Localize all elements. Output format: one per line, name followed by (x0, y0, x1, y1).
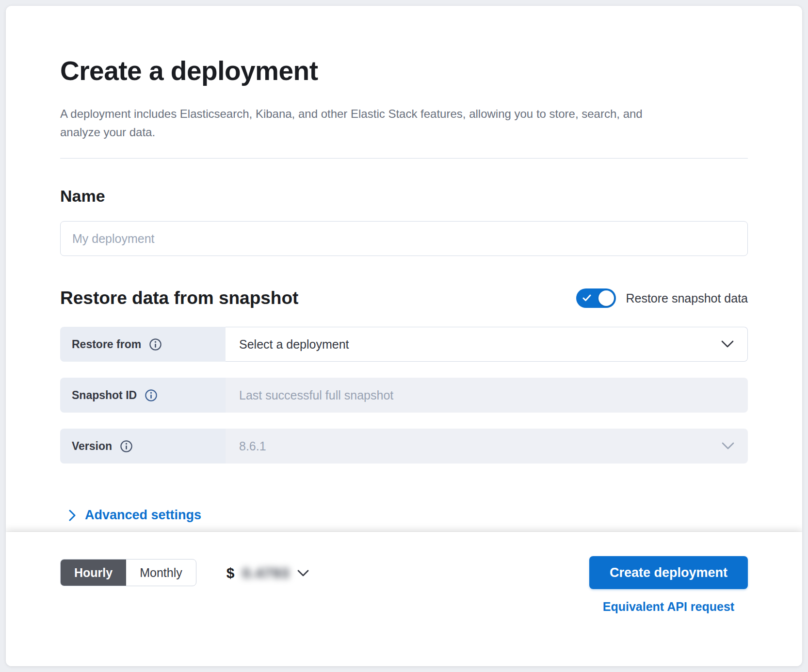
hourly-button[interactable]: Hourly (61, 560, 126, 586)
restore-header-row: Restore data from snapshot Restore snaps… (60, 288, 748, 308)
price-currency: $ (226, 565, 235, 581)
divider (60, 158, 748, 159)
snapshot-id-label: Snapshot ID (72, 389, 137, 402)
snapshot-id-row: Snapshot ID Last successful full snapsho… (60, 378, 748, 413)
restore-toggle-label: Restore snapshot data (626, 291, 748, 305)
info-icon[interactable] (145, 389, 158, 402)
monthly-button[interactable]: Monthly (126, 560, 196, 586)
page-subtitle: A deployment includes Elasticsearch, Kib… (60, 105, 686, 142)
snapshot-id-value: Last successful full snapshot (239, 388, 393, 402)
restore-toggle-wrap: Restore snapshot data (576, 288, 748, 308)
equivalent-api-request-link[interactable]: Equivalent API request (603, 600, 734, 614)
price-dropdown[interactable]: $ 0.4793 (226, 565, 309, 581)
snapshot-id-label-cell: Snapshot ID (60, 378, 226, 413)
restore-from-label-cell: Restore from (60, 327, 226, 362)
create-deployment-button[interactable]: Create deployment (589, 556, 748, 589)
name-heading: Name (60, 187, 748, 206)
version-select: 8.6.1 (226, 429, 748, 464)
info-icon[interactable] (149, 338, 162, 351)
advanced-settings-label: Advanced settings (85, 508, 201, 523)
create-deployment-panel: Create a deployment A deployment include… (6, 6, 802, 666)
chevron-down-icon (297, 570, 309, 577)
version-label: Version (72, 440, 112, 453)
version-value: 8.6.1 (239, 439, 266, 453)
price-amount-blurred: 0.4793 (242, 565, 290, 581)
restore-from-value: Select a deployment (239, 337, 349, 352)
billing-interval-group: Hourly Monthly (60, 559, 196, 586)
deployment-name-input[interactable] (60, 221, 748, 256)
version-label-cell: Version (60, 429, 226, 464)
restore-from-label: Restore from (72, 338, 141, 351)
main-content: Create a deployment A deployment include… (6, 6, 802, 532)
footer-actions: Create deployment Equivalent API request (589, 556, 748, 614)
page-title: Create a deployment (60, 55, 748, 86)
chevron-right-icon (69, 510, 76, 521)
advanced-settings-link[interactable]: Advanced settings (69, 508, 201, 523)
version-row: Version 8.6.1 (60, 429, 748, 464)
restore-from-select[interactable]: Select a deployment (226, 327, 748, 362)
check-icon (582, 294, 591, 302)
restore-from-row: Restore from Select a deployment (60, 327, 748, 362)
chevron-down-icon (721, 340, 734, 348)
bottom-bar: Hourly Monthly $ 0.4793 Create deploymen… (6, 532, 802, 666)
toggle-knob (598, 290, 614, 306)
snapshot-id-input: Last successful full snapshot (226, 378, 748, 413)
info-icon[interactable] (120, 440, 133, 453)
chevron-down-icon (722, 442, 734, 450)
restore-heading: Restore data from snapshot (60, 288, 298, 308)
restore-snapshot-toggle[interactable] (576, 288, 616, 308)
